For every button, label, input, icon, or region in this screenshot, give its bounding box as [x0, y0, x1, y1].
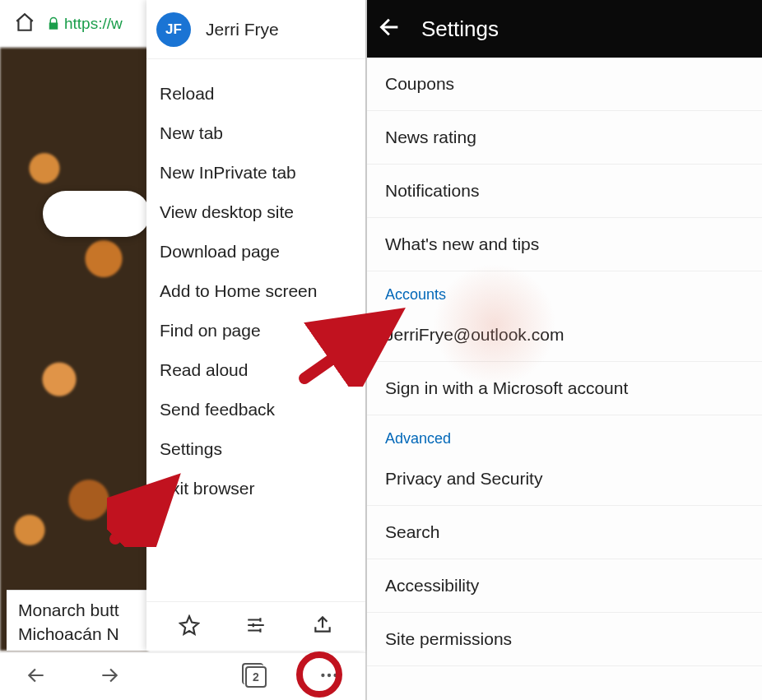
settings-sliders-button[interactable] [245, 614, 267, 639]
share-button[interactable] [312, 614, 333, 639]
menu-item-download-page[interactable]: Download page [146, 232, 365, 271]
menu-item-new-tab[interactable]: New tab [146, 114, 365, 153]
url-text: https://w [64, 15, 123, 33]
news-caption: Monarch butt Michoacán N [7, 590, 146, 651]
browser-screen: https://w Monarch butt Michoacán N JF Je… [0, 0, 367, 700]
profile-row[interactable]: JF Jerri Frye [146, 0, 365, 59]
menu-bottom-bar [146, 601, 365, 651]
setting-news-rating[interactable]: News rating [367, 111, 762, 165]
favorite-button[interactable] [179, 614, 200, 639]
lock-icon [46, 16, 61, 31]
star-icon [179, 614, 200, 636]
tabs-button[interactable]: 2 [245, 666, 267, 688]
menu-item-new-inprivate[interactable]: New InPrivate tab [146, 153, 365, 192]
svg-point-2 [333, 673, 337, 676]
setting-notifications[interactable]: Notifications [367, 165, 762, 218]
setting-search[interactable]: Search [367, 506, 762, 559]
page-search-box[interactable] [43, 191, 150, 237]
menu-item-exit-browser[interactable]: Exit browser [146, 469, 365, 508]
menu-item-reload[interactable]: Reload [146, 74, 365, 114]
more-icon [318, 665, 340, 686]
menu-item-find-on-page[interactable]: Find on page [146, 311, 365, 350]
menu-items: Reload New tab New InPrivate tab View de… [146, 59, 365, 601]
svg-point-0 [321, 673, 324, 676]
overflow-button[interactable] [318, 665, 340, 689]
overflow-menu: JF Jerri Frye Reload New tab New InPriva… [146, 0, 365, 651]
menu-item-send-feedback[interactable]: Send feedback [146, 390, 365, 429]
svg-point-1 [327, 673, 330, 676]
setting-account-email[interactable]: JerriFrye@outlook.com [367, 308, 762, 362]
page-background [0, 48, 148, 651]
tabs-icon: 2 [245, 666, 267, 688]
avatar: JF [156, 12, 191, 47]
setting-accessibility[interactable]: Accessibility [367, 559, 762, 613]
caption-line-2: Michoacán N [18, 623, 135, 646]
menu-item-add-home[interactable]: Add to Home screen [146, 271, 365, 311]
arrow-right-icon [99, 665, 120, 686]
arrow-left-icon [26, 665, 47, 686]
arrow-left-icon [379, 16, 402, 39]
sliders-icon [245, 614, 267, 636]
share-icon [312, 614, 333, 636]
menu-item-settings[interactable]: Settings [146, 429, 365, 469]
bottom-nav: 2 [0, 652, 365, 700]
settings-screen: Settings Coupons News rating Notificatio… [367, 0, 762, 700]
section-accounts: Accounts [367, 271, 762, 308]
setting-privacy-security[interactable]: Privacy and Security [367, 452, 762, 506]
home-icon [14, 12, 35, 33]
home-button[interactable] [8, 12, 41, 36]
setting-site-permissions[interactable]: Site permissions [367, 613, 762, 666]
settings-back-button[interactable] [379, 16, 402, 42]
setting-sign-in-msa[interactable]: Sign in with a Microsoft account [367, 362, 762, 415]
caption-line-1: Monarch butt [18, 599, 135, 622]
nav-back-button[interactable] [26, 665, 47, 689]
menu-item-desktop-site[interactable]: View desktop site [146, 192, 365, 232]
settings-title: Settings [421, 16, 499, 42]
settings-header: Settings [367, 0, 762, 58]
setting-coupons[interactable]: Coupons [367, 58, 762, 111]
setting-whats-new[interactable]: What's new and tips [367, 218, 762, 271]
menu-item-read-aloud[interactable]: Read aloud [146, 350, 365, 390]
settings-list: Coupons News rating Notifications What's… [367, 58, 762, 666]
profile-name: Jerri Frye [206, 20, 279, 39]
nav-forward-button[interactable] [99, 665, 120, 689]
section-advanced: Advanced [367, 415, 762, 452]
